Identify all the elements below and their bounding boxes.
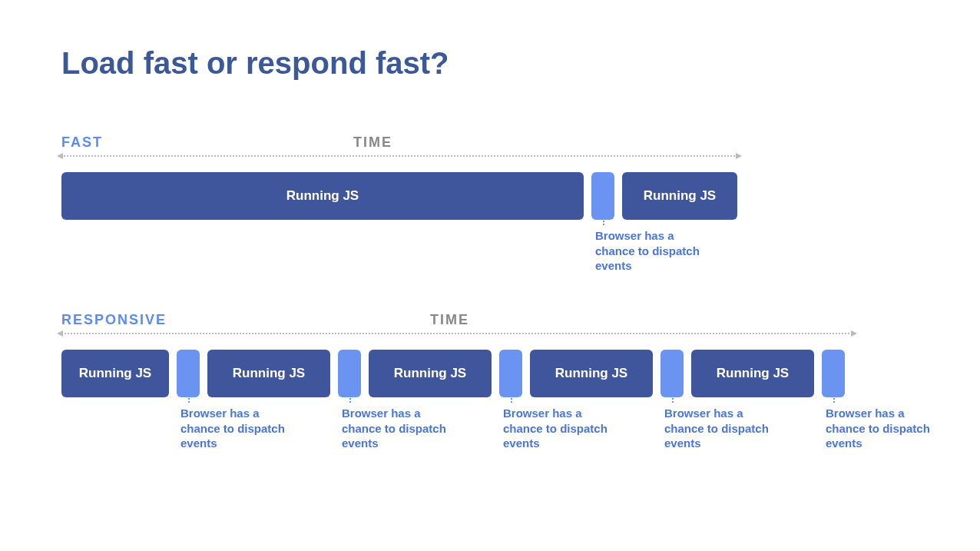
fast-label: FAST <box>61 134 103 151</box>
gap-caption: Browser has a chance to dispatch events <box>664 406 780 451</box>
gap-caption: Browser has a chance to dispatch events <box>595 228 710 274</box>
responsive-section: RESPONSIVE TIME Running JSRunning JSRunn… <box>61 312 853 397</box>
running-js-block: Running JS <box>369 350 492 397</box>
pointer-line <box>672 383 674 403</box>
fast-track: Running JSRunning JS <box>61 172 737 220</box>
running-js-block: Running JS <box>61 350 169 397</box>
pointer-line <box>349 383 351 403</box>
running-js-block: Running JS <box>622 172 737 220</box>
responsive-header: RESPONSIVE TIME <box>61 312 853 328</box>
gap-caption: Browser has a chance to dispatch events <box>503 406 618 451</box>
responsive-track: Running JSRunning JSRunning JSRunning JS… <box>61 350 853 397</box>
gap-caption: Browser has a chance to dispatch events <box>342 406 457 451</box>
responsive-label: RESPONSIVE <box>61 312 167 328</box>
pointer-line <box>188 383 190 403</box>
running-js-block: Running JS <box>61 172 584 220</box>
fast-time-label: TIME <box>353 134 392 151</box>
pointer-line <box>511 383 512 403</box>
pointer-line <box>833 383 835 403</box>
pointer-line <box>603 205 604 225</box>
fast-header: FAST TIME <box>61 134 737 151</box>
gap-caption: Browser has a chance to dispatch events <box>826 406 941 451</box>
fast-section: FAST TIME Running JSRunning JS Browser h… <box>61 134 737 220</box>
fast-axis <box>61 155 737 157</box>
running-js-block: Running JS <box>530 350 653 397</box>
running-js-block: Running JS <box>691 350 814 397</box>
responsive-time-label: TIME <box>430 312 469 328</box>
page-title: Load fast or respond fast? <box>61 46 919 81</box>
responsive-axis <box>61 333 853 334</box>
running-js-block: Running JS <box>207 350 330 397</box>
gap-caption: Browser has a chance to dispatch events <box>180 406 296 451</box>
